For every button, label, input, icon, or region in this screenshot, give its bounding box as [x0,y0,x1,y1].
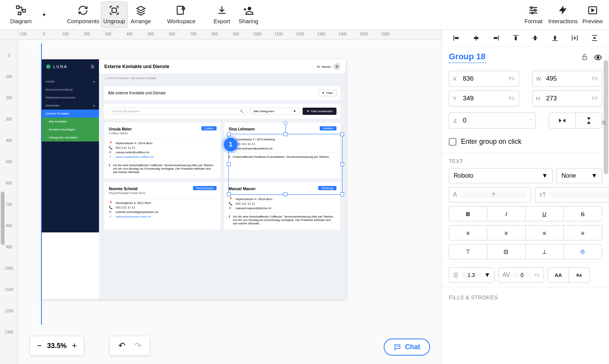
letter-spacing-input[interactable]: AV PX [498,267,544,283]
chat-button[interactable]: Chat [384,339,430,356]
resize-handle-bl[interactable] [227,192,231,196]
font-style-select[interactable]: None▼ [556,168,602,183]
arrange-button[interactable]: Arrange [128,2,154,27]
alignment-bar [442,30,609,46]
resize-handle-tl[interactable] [227,132,231,136]
redo-button[interactable]: ↷ [134,341,141,351]
align-right-button[interactable]: ≡ [526,226,564,240]
align-left-button[interactable]: ≡ [449,226,487,240]
svg-rect-21 [534,36,536,40]
italic-button[interactable]: I [487,207,525,221]
line-height-input-2[interactable]: ᴛT PX ▼ [535,187,609,202]
diagram-dropdown-icon[interactable]: ▼ [42,12,46,17]
distribute-v-icon[interactable] [591,34,598,42]
zoom-value[interactable]: 33.5% [47,342,67,350]
chat-icon [394,343,401,351]
align-center-v-icon[interactable] [531,34,539,42]
svg-rect-22 [553,40,558,41]
text-settings-button[interactable]: ⚙ [564,245,602,259]
history-control: ↶ ↷ [110,336,150,356]
uppercase-button[interactable]: AA [548,268,569,282]
flip-h-button[interactable] [549,113,576,128]
hamburger-icon: ☰ [91,64,95,69]
export-button[interactable]: Export [209,2,235,27]
y-input[interactable]: Y349PX [449,91,519,106]
sharing-button[interactable]: Sharing [235,2,262,27]
selection-name[interactable]: Group 18 [449,52,486,63]
distribute-h-icon[interactable] [571,34,579,42]
panel-scrollbar[interactable] [604,60,608,174]
selection-box[interactable] [228,134,343,195]
interactions-button[interactable]: Interactions [547,2,579,27]
undo-button[interactable]: ↶ [118,341,125,351]
lock-icon[interactable] [581,53,588,61]
align-center-button[interactable]: ≡ [487,226,525,240]
resize-handle-tc[interactable] [284,132,287,136]
align-top-icon[interactable] [512,34,520,42]
mockup-logo: LUNA ☰ [42,59,99,74]
mockup-sidebar: LUNA ☰ Inhalte▸ Benutzerverwaltung Mitar… [42,59,99,232]
svg-rect-19 [515,36,517,40]
zoom-out-button[interactable]: − [37,341,42,351]
components-button[interactable]: Components [65,2,101,27]
smallcaps-button[interactable]: Aᴀ [569,268,590,282]
valign-middle-button[interactable]: ⊟ [487,245,525,259]
add-user-icon [243,5,254,16]
rotate-handle[interactable] [284,121,287,125]
preview-button[interactable]: Preview [579,2,606,27]
svg-rect-25 [577,35,578,40]
svg-point-9 [532,12,534,14]
format-button[interactable]: Format [520,2,547,27]
resize-handle-mr[interactable] [340,162,344,166]
strikethrough-button[interactable]: S [564,207,602,221]
font-family-select[interactable]: Roboto▼ [449,168,553,183]
valign-bottom-button[interactable]: ⊥ [526,245,564,259]
funnel-icon: ▼ [322,91,325,95]
flip-v-button[interactable] [576,113,602,128]
text-height-icon: ᴛT [539,191,546,199]
canvas-area[interactable]: -100 0 100 200 300 400 500 600 700 800 9… [18,30,442,364]
horizontal-ruler: -100 0 100 200 300 400 500 600 700 800 9… [18,30,442,40]
font-size-input[interactable]: A [449,187,531,202]
svg-rect-28 [592,40,597,41]
diagram-menu[interactable]: Diagram ▼ [8,2,46,27]
align-right-icon[interactable] [492,34,500,42]
underline-button[interactable]: U [526,207,564,221]
text-align-buttons: ≡ ≡ ≡ ≡ [449,225,602,240]
svg-rect-30 [583,57,587,60]
align-left-icon[interactable] [453,34,460,42]
align-justify-button[interactable]: ≡ [564,226,602,240]
filter-button: ▼Filter [318,90,336,96]
search-input: Suchbegriff eingeben🔍 [108,108,247,115]
workspace-button[interactable]: Workspace [166,2,197,27]
inspector-panel: Group 18 X836PX W495PX Y349PX H273PX ⎋ ∠… [442,30,609,364]
zoom-in-button[interactable]: + [72,341,77,351]
bold-button[interactable]: B [449,207,487,221]
x-input[interactable]: X836PX [449,71,519,87]
resize-handle-ml[interactable] [227,162,231,166]
resize-handle-bc[interactable] [284,192,287,196]
align-center-h-icon[interactable] [472,34,480,42]
h-input[interactable]: H273PX [532,91,603,106]
apply-filter-button: ▼Filter anwenden [303,108,336,115]
vertical-scrollbar[interactable] [1,192,5,245]
funnel-icon: ▼ [306,110,309,113]
link-icon: ↗ [109,155,113,159]
rotation-input[interactable]: ∠0° [449,113,536,129]
sliders-icon [528,5,539,16]
w-input[interactable]: W495PX [532,71,603,87]
nav-mitarbeiter: Mitarbeiterverzeichnis [42,94,99,102]
link-dimensions-icon[interactable]: ⎋ [602,119,606,127]
ungroup-button[interactable]: Ungroup [101,2,128,28]
align-bottom-icon[interactable] [551,34,559,42]
line-height-input[interactable]: ☰ ▼ [449,267,494,283]
resize-handle-tr[interactable] [340,132,344,136]
valign-top-button[interactable]: ⊤ [449,245,487,259]
workspace-icon [176,5,187,16]
eye-icon[interactable] [594,53,602,62]
enter-group-checkbox[interactable] [449,138,456,146]
top-toolbar: Diagram ▼ Components Ungroup Arrange Wor… [0,0,609,30]
svg-rect-23 [554,36,556,40]
svg-rect-15 [474,37,478,39]
resize-handle-br[interactable] [340,192,344,196]
